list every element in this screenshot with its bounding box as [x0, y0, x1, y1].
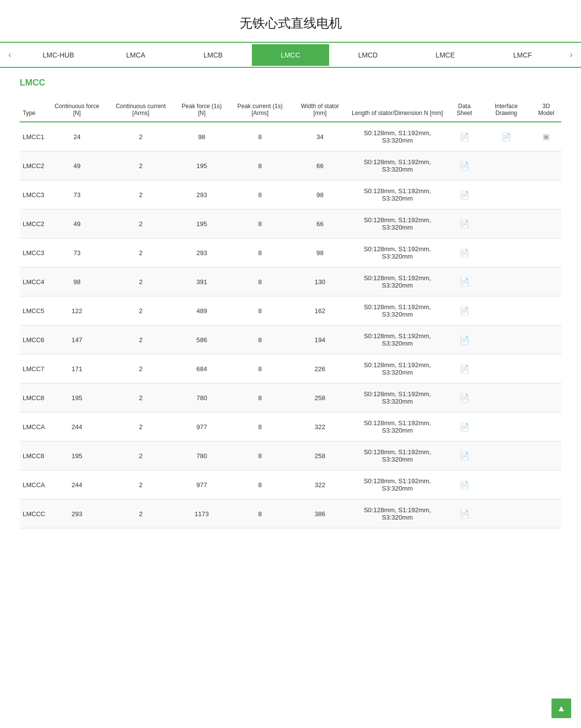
- nav-item-lmcb[interactable]: LMCB: [175, 44, 252, 66]
- cell-3d-model: [531, 412, 561, 441]
- cell-length_stator: S0:128mm, S1:192mm, S3:320mm: [347, 441, 447, 470]
- cell-width_stator: 66: [293, 151, 347, 180]
- cell-cont_current: 2: [106, 412, 176, 441]
- cell-cont_current: 2: [106, 267, 176, 296]
- cell-peak_current: 8: [227, 325, 292, 354]
- cell-cont_current: 2: [106, 238, 176, 267]
- cell-interface-drawing: [481, 238, 531, 267]
- cell-3d-model: [531, 325, 561, 354]
- cell-length_stator: S0:128mm, S1:192mm, S3:320mm: [347, 209, 447, 238]
- pdf-icon[interactable]: 📄: [459, 336, 469, 344]
- cell-data-sheet[interactable]: 📄: [447, 238, 481, 267]
- pdf-icon[interactable]: 📄: [459, 481, 469, 489]
- cell-data-sheet[interactable]: 📄: [447, 122, 481, 151]
- table-row: LMCC717126848226S0:128mm, S1:192mm, S3:3…: [20, 354, 561, 383]
- col-header-peak_current: Peak current (1s) [Arms]: [227, 98, 292, 122]
- cell-data-sheet[interactable]: 📄: [447, 470, 481, 499]
- cell-data-sheet[interactable]: 📄: [447, 441, 481, 470]
- col-header-length_stator: Length of stator/Dimension N [mm]: [347, 98, 447, 122]
- table-row: LMCC2492195866S0:128mm, S1:192mm, S3:320…: [20, 209, 561, 238]
- pdf-icon[interactable]: 📄: [459, 365, 469, 373]
- cell-length_stator: S0:128mm, S1:192mm, S3:320mm: [347, 151, 447, 180]
- col-header-peak_force: Peak force (1s) [N]: [176, 98, 228, 122]
- cell-interface-drawing[interactable]: 📄: [481, 122, 531, 151]
- cell-width_stator: 98: [293, 180, 347, 209]
- cell-cont_force: 244: [48, 470, 105, 499]
- nav-right-arrow[interactable]: ›: [561, 43, 581, 67]
- cell-length_stator: S0:128mm, S1:192mm, S3:320mm: [347, 296, 447, 325]
- cell-3d-model: [531, 441, 561, 470]
- cell-interface-drawing: [481, 151, 531, 180]
- model-3d-icon[interactable]: ▣: [543, 132, 550, 141]
- cell-peak_force: 489: [176, 296, 228, 325]
- table-row: LMCC124298834S0:128mm, S1:192mm, S3:320m…: [20, 122, 561, 151]
- content-area: LMCC TypeContinuous force [N]Continuous …: [0, 68, 581, 558]
- pdf-icon[interactable]: 📄: [459, 307, 469, 315]
- cell-data-sheet[interactable]: 📄: [447, 151, 481, 180]
- col-header-type: Type: [20, 98, 48, 122]
- cell-cont_current: 2: [106, 122, 176, 151]
- cell-data-sheet[interactable]: 📄: [447, 383, 481, 412]
- pdf-icon[interactable]: 📄: [459, 162, 469, 170]
- cell-peak_current: 8: [227, 180, 292, 209]
- pdf-icon[interactable]: 📄: [459, 452, 469, 460]
- table-row: LMCC3732293898S0:128mm, S1:192mm, S3:320…: [20, 180, 561, 209]
- cell-width_stator: 194: [293, 325, 347, 354]
- cell-peak_current: 8: [227, 296, 292, 325]
- cell-data-sheet[interactable]: 📄: [447, 354, 481, 383]
- cell-length_stator: S0:128mm, S1:192mm, S3:320mm: [347, 412, 447, 441]
- cell-peak_current: 8: [227, 122, 292, 151]
- cell-type: LMCC5: [20, 296, 48, 325]
- cell-width_stator: 322: [293, 412, 347, 441]
- table-row: LMCCA24429778322S0:128mm, S1:192mm, S3:3…: [20, 412, 561, 441]
- cell-data-sheet[interactable]: 📄: [447, 267, 481, 296]
- nav-item-lmce[interactable]: LMCE: [406, 44, 484, 66]
- cell-width_stator: 34: [293, 122, 347, 151]
- pdf-icon[interactable]: 📄: [459, 220, 469, 228]
- cell-data-sheet[interactable]: 📄: [447, 412, 481, 441]
- cell-data-sheet[interactable]: 📄: [447, 499, 481, 528]
- cell-peak_force: 977: [176, 470, 228, 499]
- cell-peak_current: 8: [227, 412, 292, 441]
- pdf-icon[interactable]: 📄: [459, 133, 469, 141]
- cell-peak_force: 391: [176, 267, 228, 296]
- nav-item-lmc-hub[interactable]: LMC-HUB: [20, 44, 97, 66]
- col-header-model_3d: 3D Model: [531, 98, 561, 122]
- cell-peak_current: 8: [227, 151, 292, 180]
- col-header-cont_current: Continuous current [Arms]: [106, 98, 176, 122]
- cell-width_stator: 258: [293, 383, 347, 412]
- cell-interface-drawing: [481, 383, 531, 412]
- pdf-icon[interactable]: 📄: [459, 249, 469, 257]
- pdf-icon[interactable]: 📄: [459, 423, 469, 431]
- pdf-icon[interactable]: 📄: [459, 278, 469, 286]
- cell-3d-model: [531, 383, 561, 412]
- cell-data-sheet[interactable]: 📄: [447, 325, 481, 354]
- cell-length_stator: S0:128mm, S1:192mm, S3:320mm: [347, 383, 447, 412]
- cell-length_stator: S0:128mm, S1:192mm, S3:320mm: [347, 470, 447, 499]
- pdf-icon[interactable]: 📄: [459, 394, 469, 402]
- cell-interface-drawing: [481, 470, 531, 499]
- cell-type: LMCC7: [20, 354, 48, 383]
- cell-3d-model: [531, 238, 561, 267]
- cell-cont_current: 2: [106, 499, 176, 528]
- nav-item-lmcc[interactable]: LMCC: [252, 44, 329, 66]
- nav-item-lmcf[interactable]: LMCF: [484, 44, 561, 66]
- cell-3d-model: [531, 267, 561, 296]
- nav-item-lmca[interactable]: LMCA: [97, 44, 174, 66]
- pdf-icon[interactable]: 📄: [459, 191, 469, 199]
- cell-length_stator: S0:128mm, S1:192mm, S3:320mm: [347, 238, 447, 267]
- cell-cont_force: 98: [48, 267, 105, 296]
- cell-width_stator: 226: [293, 354, 347, 383]
- nav-items: LMC-HUBLMCALMCBLMCCLMCDLMCELMCF: [20, 44, 561, 66]
- nav-item-lmcd[interactable]: LMCD: [329, 44, 406, 66]
- cell-data-sheet[interactable]: 📄: [447, 296, 481, 325]
- nav-left-arrow[interactable]: ‹: [0, 43, 20, 67]
- cell-data-sheet[interactable]: 📄: [447, 209, 481, 238]
- cell-type: LMCC8: [20, 441, 48, 470]
- cell-3d-model[interactable]: ▣: [531, 122, 561, 151]
- cell-peak_current: 8: [227, 267, 292, 296]
- pdf-icon[interactable]: 📄: [459, 510, 469, 518]
- cell-data-sheet[interactable]: 📄: [447, 180, 481, 209]
- interface-pdf-icon[interactable]: 📄: [501, 133, 511, 141]
- table-row: LMCC819527808258S0:128mm, S1:192mm, S3:3…: [20, 441, 561, 470]
